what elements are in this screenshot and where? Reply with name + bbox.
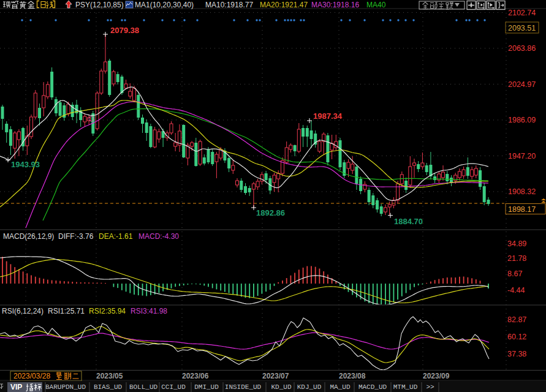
svg-text:2093.51: 2093.51: [508, 24, 536, 32]
svg-text:34.89: 34.89: [507, 239, 526, 248]
svg-text:1892.86: 1892.86: [256, 208, 285, 217]
svg-text:82.87: 82.87: [507, 315, 526, 324]
svg-text:DIFF:-3.76: DIFF:-3.76: [58, 232, 94, 241]
svg-text:60.12: 60.12: [507, 333, 526, 341]
svg-text:2023/09: 2023/09: [423, 372, 450, 380]
svg-text:MACD_UD: MACD_UD: [358, 383, 387, 391]
svg-text:8.67: 8.67: [507, 270, 522, 278]
svg-text:-4.44: -4.44: [507, 286, 525, 295]
svg-text:BIAS_UD: BIAS_UD: [94, 383, 123, 391]
svg-text:1947.20: 1947.20: [508, 152, 536, 160]
svg-text:1943.93: 1943.93: [11, 160, 40, 169]
svg-text:CCI_UD: CCI_UD: [161, 383, 186, 391]
svg-text:KDJ_UD: KDJ_UD: [297, 383, 322, 391]
svg-text:DMI_UD: DMI_UD: [194, 383, 219, 391]
svg-text:2079.38: 2079.38: [110, 26, 139, 35]
svg-text:KD_UD: KD_UD: [271, 383, 291, 391]
svg-text:1986.09: 1986.09: [508, 116, 536, 124]
svg-text:2063.86: 2063.86: [508, 44, 536, 53]
svg-text:37.38: 37.38: [507, 350, 526, 358]
svg-text:MA10:1918.77: MA10:1918.77: [205, 1, 253, 9]
svg-text:BARUPDN_UD: BARUPDN_UD: [45, 383, 86, 391]
svg-text:MACD(26,12,9): MACD(26,12,9): [3, 232, 54, 241]
svg-text:21.78: 21.78: [507, 254, 526, 263]
svg-text:MACD:-4.30: MACD:-4.30: [138, 232, 179, 241]
svg-text:RSI2:35.94: RSI2:35.94: [89, 307, 126, 315]
svg-text:RSI(6,12,24): RSI(6,12,24): [2, 307, 44, 315]
svg-text:1908.32: 1908.32: [508, 187, 536, 196]
svg-text:1898.17: 1898.17: [508, 205, 536, 214]
svg-text:MA1(10,20,30,40): MA1(10,20,30,40): [135, 1, 194, 9]
svg-text:>>: >>: [426, 383, 434, 391]
svg-text:1987.34: 1987.34: [313, 111, 343, 121]
svg-text:RSI1:25.71: RSI1:25.71: [48, 307, 85, 315]
svg-text:1884.70: 1884.70: [394, 217, 423, 226]
svg-text:RSI3:41.98: RSI3:41.98: [131, 307, 167, 315]
svg-text:DEA:-1.61: DEA:-1.61: [99, 232, 133, 241]
svg-text:MA_UD: MA_UD: [330, 383, 350, 391]
svg-text:2023/07: 2023/07: [262, 372, 289, 380]
svg-text:2024.97: 2024.97: [508, 80, 536, 89]
svg-text:MA30:1918.16: MA30:1918.16: [311, 1, 359, 9]
svg-text:VIP: VIP: [10, 383, 22, 391]
svg-text:PSY(12,10,85): PSY(12,10,85): [75, 1, 124, 9]
svg-text:MTM_UD: MTM_UD: [393, 383, 418, 391]
svg-text:2023/05: 2023/05: [96, 372, 123, 380]
svg-text:INSIDE_UD: INSIDE_UD: [225, 383, 262, 391]
svg-text:MA40: MA40: [366, 1, 386, 9]
svg-text:2102.74: 2102.74: [508, 9, 536, 17]
svg-text:MA20:1921.47: MA20:1921.47: [260, 1, 308, 9]
svg-text:2023/08: 2023/08: [339, 372, 366, 380]
svg-text:2023/03/28: 2023/03/28: [13, 372, 50, 380]
svg-text:2023/06: 2023/06: [182, 372, 209, 380]
svg-text:BOLL_UD: BOLL_UD: [129, 383, 158, 391]
